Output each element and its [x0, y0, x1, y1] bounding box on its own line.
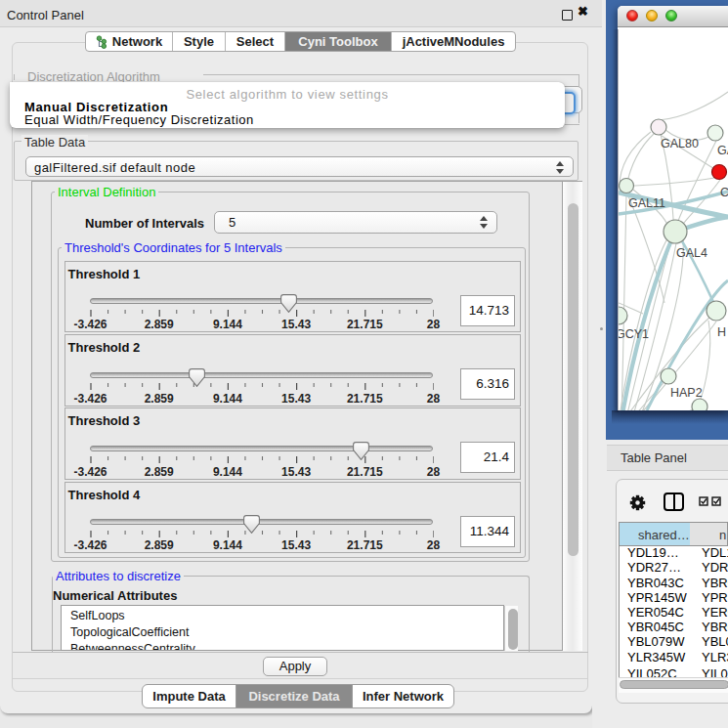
- svg-text:H: H: [717, 325, 726, 339]
- svg-text:GAL11: GAL11: [628, 196, 665, 210]
- svg-text:HAP2: HAP2: [670, 386, 703, 400]
- svg-text:GAL80: GAL80: [661, 137, 699, 150]
- svg-text:GA: GA: [717, 144, 728, 157]
- svg-text:GCY1: GCY1: [619, 327, 649, 341]
- svg-text:GAL4: GAL4: [676, 246, 707, 260]
- svg-text:C: C: [720, 186, 728, 199]
